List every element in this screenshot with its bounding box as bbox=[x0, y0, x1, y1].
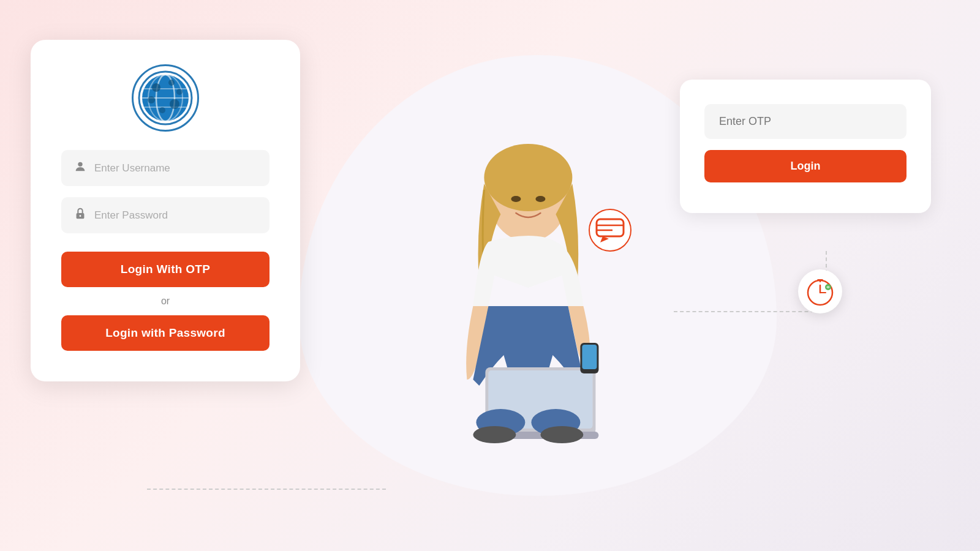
svg-point-7 bbox=[152, 83, 160, 92]
message-bubble-icon bbox=[588, 208, 632, 252]
dashed-line-bottom bbox=[147, 489, 386, 490]
or-separator: or bbox=[161, 296, 170, 307]
login-password-button[interactable]: Login with Password bbox=[61, 315, 270, 351]
svg-rect-34 bbox=[582, 345, 597, 369]
svg-rect-23 bbox=[817, 279, 823, 281]
person-image bbox=[369, 92, 687, 551]
svg-point-8 bbox=[168, 80, 175, 86]
login-otp-button[interactable]: Login With OTP bbox=[61, 252, 270, 287]
app-logo-icon bbox=[138, 70, 193, 126]
svg-point-12 bbox=[176, 89, 183, 95]
svg-point-10 bbox=[170, 99, 179, 109]
svg-point-11 bbox=[159, 107, 165, 113]
svg-point-37 bbox=[473, 426, 516, 443]
password-placeholder: Enter Password bbox=[94, 209, 168, 222]
login-card: Enter Username Enter Password Login With… bbox=[31, 40, 300, 381]
svg-point-13 bbox=[78, 162, 82, 167]
logo-wrapper bbox=[132, 64, 199, 132]
otp-input[interactable] bbox=[704, 104, 907, 139]
person-svg bbox=[393, 122, 663, 551]
password-field[interactable]: Enter Password bbox=[61, 197, 270, 233]
user-icon bbox=[74, 160, 87, 176]
svg-point-38 bbox=[540, 426, 583, 443]
svg-point-9 bbox=[148, 96, 155, 103]
timer-icon bbox=[798, 269, 842, 313]
username-field[interactable]: Enter Username bbox=[61, 150, 270, 186]
dashed-line-right bbox=[674, 311, 827, 312]
svg-point-28 bbox=[535, 196, 545, 202]
svg-point-26 bbox=[484, 144, 572, 211]
svg-point-27 bbox=[511, 196, 521, 202]
otp-card: Login bbox=[680, 80, 931, 213]
svg-point-15 bbox=[80, 215, 81, 217]
username-placeholder: Enter Username bbox=[94, 162, 170, 174]
lock-icon bbox=[74, 207, 87, 223]
otp-login-button[interactable]: Login bbox=[704, 150, 907, 182]
